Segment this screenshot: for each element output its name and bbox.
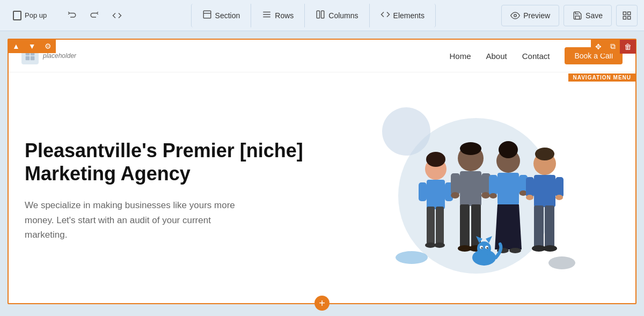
svg-point-19 — [548, 256, 575, 269]
svg-rect-15 — [31, 56, 35, 61]
svg-point-30 — [460, 142, 481, 155]
svg-point-35 — [481, 192, 490, 199]
hero-text: Pleasantville's Premier [niche] Marketin… — [25, 139, 322, 242]
section-icon — [202, 10, 212, 21]
section-controls-left: ▲ ▼ ⚙ — [8, 39, 56, 53]
elements-button[interactable]: Elements — [370, 4, 436, 27]
svg-rect-14 — [26, 56, 30, 61]
toolbar-left: Pop up — [6, 6, 127, 25]
delete-icon: 🗑 — [624, 42, 632, 51]
svg-rect-0 — [203, 11, 211, 18]
plus-icon: + — [319, 298, 325, 308]
section-move-down-button[interactable]: ▼ — [24, 39, 40, 53]
svg-rect-53 — [526, 177, 534, 197]
section-controls-right: ✥ ⧉ 🗑 — [591, 39, 636, 54]
svg-point-51 — [535, 148, 554, 160]
svg-point-18 — [396, 251, 428, 264]
page-wrapper: ▲ ▼ ⚙ ✥ ⧉ 🗑 — [8, 39, 636, 304]
svg-point-56 — [555, 195, 563, 200]
down-arrow-icon: ▼ — [28, 42, 36, 50]
svg-point-7 — [514, 14, 517, 17]
rows-label: Rows — [275, 11, 294, 20]
svg-rect-8 — [623, 12, 626, 14]
svg-point-28 — [434, 242, 445, 248]
canvas-area: ▲ ▼ ⚙ ✥ ⧉ 🗑 — [0, 31, 644, 316]
preview-icon — [510, 11, 520, 20]
undo-icon — [67, 11, 77, 20]
svg-point-46 — [519, 190, 527, 196]
code-button[interactable] — [107, 6, 127, 25]
popup-label: Pop up — [25, 11, 47, 19]
svg-point-55 — [526, 195, 533, 200]
section-move-up-button[interactable]: ▲ — [8, 39, 24, 53]
svg-rect-57 — [534, 205, 544, 247]
svg-rect-25 — [427, 207, 435, 244]
hero-title: Pleasantville's Premier [niche] Marketin… — [25, 139, 322, 185]
svg-rect-23 — [419, 182, 427, 201]
columns-label: Columns — [328, 11, 358, 20]
redo-icon — [90, 11, 99, 20]
nav-bar: placeholder Home About Contact Book a Ca… — [9, 40, 635, 72]
save-button[interactable]: Save — [564, 5, 612, 26]
svg-point-41 — [499, 141, 518, 158]
save-label: Save — [586, 11, 603, 20]
svg-rect-9 — [628, 12, 631, 14]
svg-marker-47 — [495, 204, 522, 249]
section-move-button[interactable]: ✥ — [591, 40, 606, 54]
svg-point-45 — [489, 193, 497, 199]
svg-rect-5 — [317, 11, 320, 18]
section-button[interactable]: Section — [191, 4, 252, 27]
section-settings-button[interactable]: ⚙ — [40, 39, 56, 53]
svg-rect-54 — [555, 177, 564, 197]
add-section-button[interactable]: + — [314, 296, 330, 311]
rows-button[interactable]: Rows — [251, 4, 305, 27]
svg-rect-22 — [427, 180, 445, 209]
svg-point-34 — [451, 192, 459, 199]
svg-rect-31 — [460, 171, 481, 206]
redo-button[interactable] — [84, 6, 105, 25]
preview-button[interactable]: Preview — [501, 5, 559, 26]
hero-image — [322, 99, 619, 282]
logo-text: placeholder — [43, 52, 76, 60]
toolbar-center: Section Rows Columns El — [134, 4, 493, 27]
svg-rect-11 — [628, 16, 631, 19]
section-delete-button[interactable]: 🗑 — [620, 40, 636, 54]
elements-icon — [380, 10, 390, 21]
svg-point-68 — [487, 247, 488, 249]
svg-point-67 — [481, 247, 483, 249]
grid-button[interactable] — [616, 5, 638, 26]
popup-button[interactable]: Pop up — [6, 6, 53, 25]
settings-icon: ⚙ — [45, 42, 52, 50]
toolbar: Pop up Section — [0, 0, 644, 31]
code-icon — [112, 11, 122, 20]
svg-rect-58 — [545, 205, 554, 247]
rows-icon — [262, 10, 272, 21]
svg-rect-42 — [497, 173, 519, 205]
svg-rect-43 — [489, 175, 497, 195]
save-icon — [573, 11, 582, 20]
svg-point-62 — [477, 241, 491, 255]
elements-label: Elements — [393, 11, 425, 20]
columns-button[interactable]: Columns — [305, 4, 369, 27]
hero-illustration — [347, 99, 594, 282]
section-label: Section — [215, 11, 240, 20]
svg-point-49 — [509, 248, 521, 253]
hero-section: Pleasantville's Premier [niche] Marketin… — [9, 72, 635, 303]
svg-point-21 — [426, 152, 445, 167]
svg-rect-6 — [321, 11, 324, 18]
nav-link-about[interactable]: About — [486, 52, 507, 61]
nav-link-contact[interactable]: Contact — [522, 52, 550, 61]
svg-rect-52 — [534, 175, 555, 207]
section-duplicate-button[interactable]: ⧉ — [606, 39, 620, 54]
preview-label: Preview — [523, 11, 550, 20]
svg-rect-10 — [623, 16, 626, 19]
duplicate-icon: ⧉ — [610, 42, 616, 51]
svg-point-17 — [382, 107, 430, 156]
svg-rect-36 — [460, 204, 470, 247]
nav-link-home[interactable]: Home — [449, 52, 471, 61]
nav-menu-badge: NAVIGATION MENU — [568, 74, 635, 82]
columns-icon — [316, 10, 325, 21]
svg-rect-32 — [451, 173, 460, 195]
undo-button[interactable] — [62, 6, 82, 25]
svg-point-60 — [543, 245, 557, 252]
